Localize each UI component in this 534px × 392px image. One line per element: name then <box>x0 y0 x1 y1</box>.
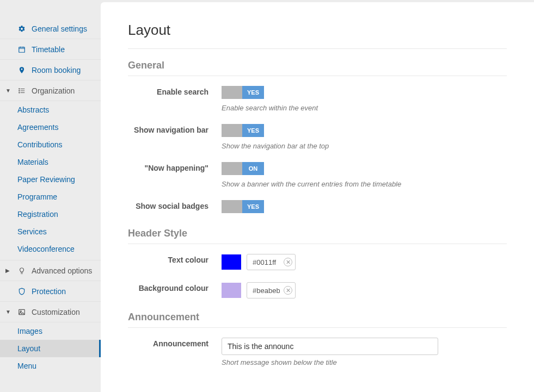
pin-icon <box>17 66 26 74</box>
sidebar-sub-abstracts[interactable]: Abstracts <box>0 101 101 119</box>
field-label: Enable search <box>128 86 222 96</box>
help-text: Short message shown below the title <box>222 358 507 366</box>
sidebar-item-room-booking[interactable]: Room booking <box>0 60 101 80</box>
sidebar-sub-videoconference[interactable]: Videoconference <box>0 240 101 258</box>
svg-point-3 <box>19 92 20 92</box>
sidebar-sub-services[interactable]: Services <box>0 223 101 240</box>
sidebar-sub-images[interactable]: Images <box>0 322 101 340</box>
section-heading-header-style: Header Style <box>128 228 507 244</box>
help-text: Show the navigation bar at the top <box>222 142 507 150</box>
sidebar-sub-menu[interactable]: Menu <box>0 357 101 375</box>
field-social-badges: Show social badges YES <box>128 200 507 215</box>
svg-point-5 <box>20 310 21 312</box>
sidebar-sub-contributions[interactable]: Contributions <box>0 136 101 153</box>
sidebar-item-advanced-options[interactable]: ▶ Advanced options <box>0 260 101 281</box>
sidebar-label: Room booking <box>32 66 81 74</box>
field-text-colour: Text colour ✕ <box>128 254 507 270</box>
svg-point-2 <box>19 90 20 91</box>
clear-icon[interactable]: ✕ <box>284 258 292 266</box>
list-icon <box>17 86 26 95</box>
sidebar-sub-agreements[interactable]: Agreements <box>0 119 101 136</box>
svg-point-1 <box>19 88 20 89</box>
image-icon <box>17 308 26 316</box>
field-label: "Now happening" <box>128 162 222 172</box>
toggle-state: YES <box>242 86 264 99</box>
toggle-state: ON <box>242 162 264 175</box>
section-heading-general: General <box>128 48 507 76</box>
toggle-state: YES <box>242 200 264 213</box>
chevron-right-icon: ▶ <box>5 267 10 273</box>
gear-icon <box>17 24 26 33</box>
bg-colour-swatch[interactable] <box>222 283 241 298</box>
svg-rect-0 <box>19 47 25 52</box>
sidebar-item-customization[interactable]: ▼ Customization <box>0 302 101 322</box>
sidebar-sub-layout[interactable]: Layout <box>0 340 101 357</box>
field-now-happening: "Now happening" ON Show a banner with th… <box>128 162 507 188</box>
toggle-state: YES <box>242 124 264 137</box>
section-heading-announcement: Announcement <box>128 312 507 328</box>
sidebar-item-timetable[interactable]: Timetable <box>0 39 101 60</box>
field-announcement: Announcement Short message shown below t… <box>128 338 507 366</box>
calendar-icon <box>17 45 26 54</box>
sidebar-label: General settings <box>32 24 87 33</box>
page-title: Layout <box>128 22 507 39</box>
toggle-enable-search[interactable]: YES <box>222 86 264 99</box>
toggle-social-badges[interactable]: YES <box>222 200 264 213</box>
sidebar-label: Timetable <box>32 45 65 54</box>
sidebar-label: Customization <box>32 308 80 316</box>
sidebar-item-protection[interactable]: Protection <box>0 281 101 302</box>
help-text: Enable search within the event <box>222 104 507 112</box>
toggle-show-nav[interactable]: YES <box>222 124 264 137</box>
field-enable-search: Enable search YES Enable search within t… <box>128 86 507 112</box>
chevron-down-icon: ▼ <box>5 309 11 315</box>
sidebar-label: Organization <box>32 86 75 95</box>
help-text: Show a banner with the current entries f… <box>222 180 507 188</box>
sidebar-sub-materials[interactable]: Materials <box>0 153 101 171</box>
clear-icon[interactable]: ✕ <box>284 286 292 295</box>
field-label: Text colour <box>128 254 222 264</box>
sidebar-label: Protection <box>32 287 66 296</box>
field-show-nav: Show navigation bar YES Show the navigat… <box>128 124 507 150</box>
field-bg-colour: Background colour ✕ <box>128 282 507 298</box>
sidebar-sub-programme[interactable]: Programme <box>0 188 101 206</box>
sidebar-item-organization[interactable]: ▼ Organization <box>0 80 101 101</box>
toggle-now-happening[interactable]: ON <box>222 162 264 175</box>
text-colour-swatch[interactable] <box>222 254 241 270</box>
sidebar-label: Advanced options <box>32 266 92 275</box>
sidebar-item-general-settings[interactable]: General settings <box>0 18 101 39</box>
announcement-input[interactable] <box>222 338 438 355</box>
sidebar: General settings Timetable Room booking … <box>0 0 101 392</box>
shield-icon <box>17 287 26 296</box>
main-content: Layout General Enable search YES Enable … <box>101 2 534 392</box>
sidebar-sub-registration[interactable]: Registration <box>0 206 101 223</box>
field-label: Show social badges <box>128 200 222 210</box>
chevron-down-icon: ▼ <box>5 88 11 94</box>
field-label: Show navigation bar <box>128 124 222 134</box>
sidebar-sub-paper-reviewing[interactable]: Paper Reviewing <box>0 171 101 188</box>
bulb-icon <box>17 266 26 275</box>
field-label: Announcement <box>128 338 222 348</box>
field-label: Background colour <box>128 282 222 293</box>
